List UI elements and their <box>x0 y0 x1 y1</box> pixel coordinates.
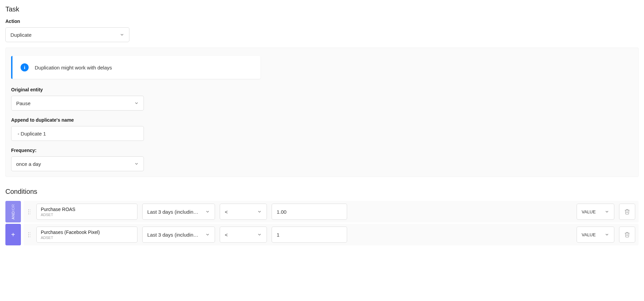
operator-select[interactable]: < <box>220 204 267 220</box>
value-type-select[interactable]: VALUE <box>577 204 614 220</box>
chevron-down-icon <box>605 209 609 214</box>
value-input[interactable] <box>272 204 347 220</box>
condition-row: Purchases (Facebook Pixel) ADSET Last 3 … <box>24 224 639 245</box>
info-card: Duplication might work with delays <box>11 56 260 79</box>
delete-row-button[interactable] <box>619 204 635 220</box>
metric-name: Purchase ROAS <box>41 207 133 212</box>
drag-handle-icon[interactable] <box>27 209 32 214</box>
svg-point-0 <box>24 66 25 66</box>
operator-value: < <box>225 209 228 215</box>
and-label: AND <box>11 211 15 219</box>
conditions-container: AND / OR + Purchase ROAS ADSET Last 3 da… <box>5 201 639 245</box>
append-input[interactable] <box>11 126 144 141</box>
frequency-select[interactable]: once a day <box>11 156 144 171</box>
condition-rows: Purchase ROAS ADSET Last 3 days (includi… <box>24 201 639 245</box>
svg-rect-1 <box>24 67 25 69</box>
add-condition-button[interactable]: + <box>5 224 21 245</box>
value-type-value: VALUE <box>582 209 596 214</box>
action-label: Action <box>5 19 639 24</box>
original-entity-value: Pause <box>16 100 31 106</box>
timeframe-value: Last 3 days (includin… <box>147 209 198 215</box>
info-icon <box>21 63 29 71</box>
timeframe-select[interactable]: Last 3 days (includin… <box>142 204 215 220</box>
frequency-label: Frequency: <box>11 148 633 153</box>
chevron-down-icon <box>205 232 210 237</box>
operator-value: < <box>225 232 228 238</box>
chevron-down-icon <box>257 232 262 237</box>
chevron-down-icon <box>205 209 210 214</box>
info-message: Duplication might work with delays <box>35 65 112 70</box>
chevron-down-icon <box>257 209 262 214</box>
drag-handle-icon[interactable] <box>27 232 32 237</box>
value-type-value: VALUE <box>582 232 596 237</box>
metric-select[interactable]: Purchases (Facebook Pixel) ADSET <box>36 227 137 243</box>
operator-select[interactable]: < <box>220 227 267 243</box>
task-title: Task <box>5 5 639 13</box>
chevron-down-icon <box>134 161 139 166</box>
andor-toggle[interactable]: AND / OR <box>5 201 21 222</box>
metric-select[interactable]: Purchase ROAS ADSET <box>36 204 137 220</box>
andor-slash: / <box>11 210 15 211</box>
chevron-down-icon <box>605 232 609 237</box>
original-entity-label: Original entity <box>11 87 633 92</box>
metric-name: Purchases (Facebook Pixel) <box>41 230 133 235</box>
action-value: Duplicate <box>10 32 32 38</box>
timeframe-value: Last 3 days (includin… <box>147 232 198 238</box>
value-type-select[interactable]: VALUE <box>577 227 614 243</box>
action-select[interactable]: Duplicate <box>5 27 129 42</box>
metric-level: ADSET <box>41 236 133 240</box>
chevron-down-icon <box>120 32 124 37</box>
chevron-down-icon <box>134 101 139 106</box>
condition-row: Purchase ROAS ADSET Last 3 days (includi… <box>24 201 639 222</box>
trash-icon <box>624 232 630 238</box>
delete-row-button[interactable] <box>619 227 635 243</box>
append-label: Append to duplicate's name <box>11 117 633 123</box>
conditions-title: Conditions <box>5 188 639 195</box>
frequency-value: once a day <box>16 161 41 167</box>
andor-column: AND / OR + <box>5 201 21 245</box>
or-label: OR <box>11 204 15 210</box>
original-entity-select[interactable]: Pause <box>11 96 144 111</box>
task-panel: Duplication might work with delays Origi… <box>5 48 639 177</box>
metric-level: ADSET <box>41 213 133 217</box>
value-input[interactable] <box>272 227 347 243</box>
trash-icon <box>624 209 630 215</box>
timeframe-select[interactable]: Last 3 days (includin… <box>142 227 215 243</box>
